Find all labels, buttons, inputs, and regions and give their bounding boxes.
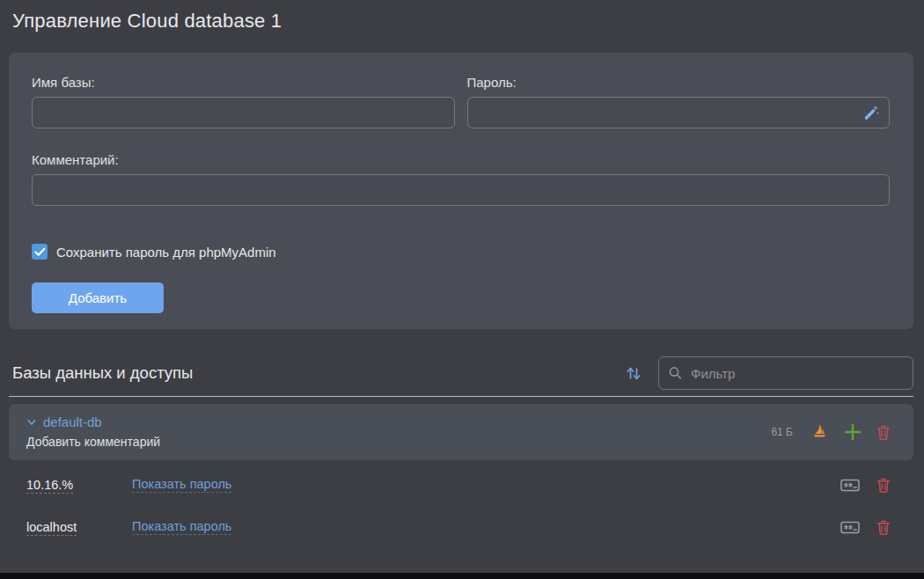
magic-wand-icon xyxy=(862,104,880,121)
sort-arrows-icon xyxy=(625,363,642,383)
add-comment-link[interactable]: Добавить комментарий xyxy=(26,435,771,449)
trash-icon xyxy=(876,519,891,535)
password-label: Пароль: xyxy=(467,75,891,90)
trash-icon xyxy=(876,424,891,440)
delete-access-button[interactable] xyxy=(876,477,891,493)
access-host-value[interactable]: localhost xyxy=(26,520,77,536)
database-size: 61 Б xyxy=(771,426,793,438)
filter-input[interactable] xyxy=(658,356,913,390)
password-field-icon xyxy=(840,521,860,534)
phpmyadmin-sail-icon xyxy=(810,422,829,441)
create-database-panel: Имя базы: Пароль: xyxy=(9,53,913,329)
database-name[interactable]: default-db xyxy=(43,414,102,429)
show-password-link[interactable]: Показать пароль xyxy=(132,519,231,535)
phpmyadmin-button[interactable] xyxy=(810,422,829,441)
bottom-edge-strip xyxy=(0,573,924,579)
access-row: 10.16.% Показать пароль xyxy=(9,464,913,506)
trash-icon xyxy=(876,477,891,493)
database-card-actions: 61 Б xyxy=(771,422,891,441)
change-password-button[interactable] xyxy=(840,479,860,492)
databases-section-header: Базы данных и доступы xyxy=(9,356,913,397)
access-host: 10.16.% xyxy=(26,478,132,492)
password-input[interactable] xyxy=(467,97,891,128)
comment-input[interactable] xyxy=(32,174,890,206)
comment-label: Комментарий: xyxy=(32,152,890,167)
save-password-row: Сохранить пароль для phpMyAdmin xyxy=(32,244,890,260)
search-icon xyxy=(668,366,683,381)
password-field-icon xyxy=(840,479,860,492)
plus-icon xyxy=(844,423,862,441)
chevron-down-icon xyxy=(26,417,37,428)
database-card-info: default-db Добавить комментарий xyxy=(26,414,771,449)
comment-field-group: Комментарий: xyxy=(32,152,890,206)
add-database-button[interactable]: Добавить xyxy=(32,282,164,313)
delete-database-button[interactable] xyxy=(876,424,891,440)
page-title: Управление Cloud database 1 xyxy=(0,0,924,33)
add-access-button[interactable] xyxy=(844,423,862,441)
access-host: localhost xyxy=(26,520,132,534)
db-name-field-group: Имя базы: xyxy=(32,75,455,128)
change-password-button[interactable] xyxy=(840,521,860,534)
access-host-value[interactable]: 10.16.% xyxy=(26,478,73,494)
access-row: localhost Показать пароль xyxy=(9,506,913,548)
db-name-label: Имя базы: xyxy=(32,75,455,90)
save-password-checkbox[interactable] xyxy=(32,244,48,260)
page: Управление Cloud database 1 Имя базы: Па… xyxy=(0,0,924,579)
generate-password-button[interactable] xyxy=(861,102,882,123)
db-name-input[interactable] xyxy=(32,97,455,128)
database-card: default-db Добавить комментарий 61 Б xyxy=(9,404,913,460)
checkmark-icon xyxy=(34,247,46,257)
database-expand-toggle[interactable]: default-db xyxy=(26,414,771,429)
sort-button[interactable] xyxy=(623,362,644,385)
password-field-group: Пароль: xyxy=(467,75,891,128)
delete-access-button[interactable] xyxy=(876,519,891,535)
filter-field xyxy=(658,356,913,390)
save-password-label: Сохранить пароль для phpMyAdmin xyxy=(56,245,276,260)
databases-section-title: Базы данных и доступы xyxy=(9,363,623,383)
show-password-link[interactable]: Показать пароль xyxy=(132,477,231,493)
